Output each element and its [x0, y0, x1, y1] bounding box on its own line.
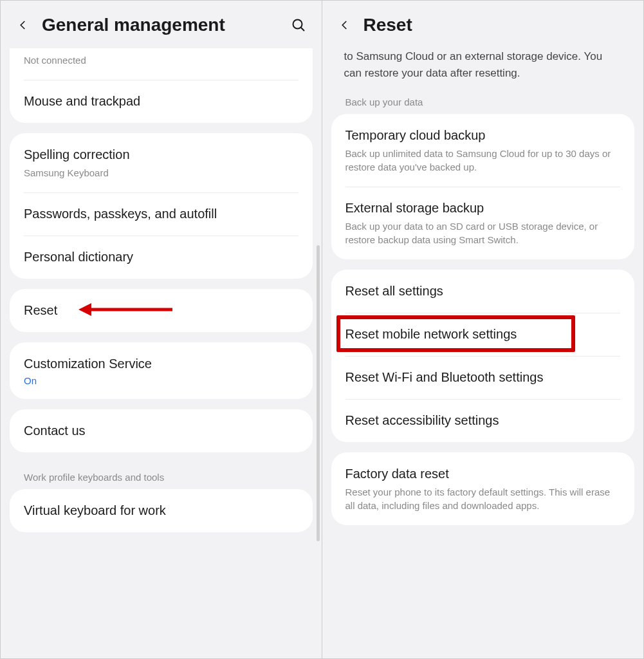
row-sublabel: Back up unlimited data to Samsung Cloud … — [345, 147, 621, 174]
header: General management — [1, 1, 322, 48]
row-sublabel: Back up your data to an SD card or USB s… — [345, 219, 621, 246]
row-label: Reset accessibility settings — [345, 412, 621, 429]
row-passwords-passkeys-autofill[interactable]: Passwords, passkeys, and autofill — [10, 192, 313, 236]
chevron-left-icon — [339, 19, 351, 31]
reset-list: to Samsung Cloud or an external storage … — [322, 48, 644, 654]
row-reset-wifi-bluetooth[interactable]: Reset Wi-Fi and Bluetooth settings — [331, 356, 635, 399]
row-reset-all-settings[interactable]: Reset all settings — [331, 270, 635, 313]
card-reset-options: Reset all settings Reset mobile network … — [331, 270, 635, 442]
back-button[interactable] — [16, 18, 30, 32]
row-physical-keyboard[interactable]: Not connected — [10, 48, 313, 80]
row-label: Factory data reset — [345, 465, 621, 483]
chevron-left-icon — [17, 19, 29, 31]
row-label: Spelling correction — [24, 146, 299, 163]
row-label: Reset all settings — [345, 283, 621, 300]
card-contact: Contact us — [10, 409, 313, 452]
back-button[interactable] — [338, 18, 352, 32]
pane-reset: Reset to Samsung Cloud or an external st… — [322, 1, 644, 658]
svg-line-1 — [300, 28, 304, 31]
row-label: Passwords, passkeys, and autofill — [24, 205, 299, 223]
row-sublabel: Samsung Keyboard — [24, 166, 299, 180]
row-sublabel: Reset your phone to its factory default … — [345, 485, 621, 512]
card-text-input: Spelling correction Samsung Keyboard Pas… — [10, 133, 313, 279]
row-temporary-cloud-backup[interactable]: Temporary cloud backup Back up unlimited… — [331, 114, 635, 187]
row-reset[interactable]: Reset — [10, 289, 313, 332]
svg-point-0 — [293, 20, 302, 29]
row-mouse-trackpad[interactable]: Mouse and trackpad — [10, 80, 313, 123]
row-reset-mobile-network[interactable]: Reset mobile network settings — [331, 313, 635, 356]
page-title: Reset — [363, 15, 629, 35]
row-label: Customization Service — [24, 355, 299, 373]
row-label: External storage backup — [345, 200, 621, 217]
row-label: Virtual keyboard for work — [24, 502, 299, 519]
row-contact-us[interactable]: Contact us — [10, 409, 313, 452]
card-customization: Customization Service On — [10, 342, 313, 399]
header: Reset — [322, 1, 644, 48]
pane-general-management: General management Not connected Mouse a… — [1, 1, 322, 658]
row-external-storage-backup[interactable]: External storage backup Back up your dat… — [331, 187, 635, 259]
row-label: Reset Wi-Fi and Bluetooth settings — [345, 369, 621, 386]
row-factory-data-reset[interactable]: Factory data reset Reset your phone to i… — [331, 452, 635, 525]
search-button[interactable] — [291, 17, 306, 33]
search-icon — [291, 17, 306, 33]
row-status-on: On — [24, 375, 299, 386]
row-label: Temporary cloud backup — [345, 127, 621, 144]
intro-description: to Samsung Cloud or an external storage … — [331, 48, 635, 97]
card-backup: Temporary cloud backup Back up unlimited… — [331, 114, 635, 259]
page-title: General management — [42, 15, 279, 35]
card-work-keyboard: Virtual keyboard for work — [10, 489, 313, 532]
card-input-devices: Not connected Mouse and trackpad — [10, 48, 313, 123]
row-personal-dictionary[interactable]: Personal dictionary — [10, 236, 313, 279]
row-reset-accessibility[interactable]: Reset accessibility settings — [331, 399, 635, 442]
scrollbar[interactable] — [317, 245, 320, 541]
card-reset: Reset — [10, 289, 313, 332]
row-label: Contact us — [24, 422, 299, 440]
row-label: Reset — [24, 302, 299, 319]
section-work-profile: Work profile keyboards and tools — [10, 463, 313, 489]
row-spelling-correction[interactable]: Spelling correction Samsung Keyboard — [10, 133, 313, 192]
row-virtual-keyboard-work[interactable]: Virtual keyboard for work — [10, 489, 313, 532]
row-label: Personal dictionary — [24, 248, 299, 266]
row-label: Mouse and trackpad — [24, 93, 299, 110]
card-factory-reset: Factory data reset Reset your phone to i… — [331, 452, 635, 525]
section-backup: Back up your data — [331, 97, 635, 114]
status-not-connected: Not connected — [24, 53, 299, 67]
settings-list: Not connected Mouse and trackpad Spellin… — [1, 48, 322, 654]
row-customization-service[interactable]: Customization Service On — [10, 342, 313, 399]
row-label: Reset mobile network settings — [345, 326, 621, 343]
